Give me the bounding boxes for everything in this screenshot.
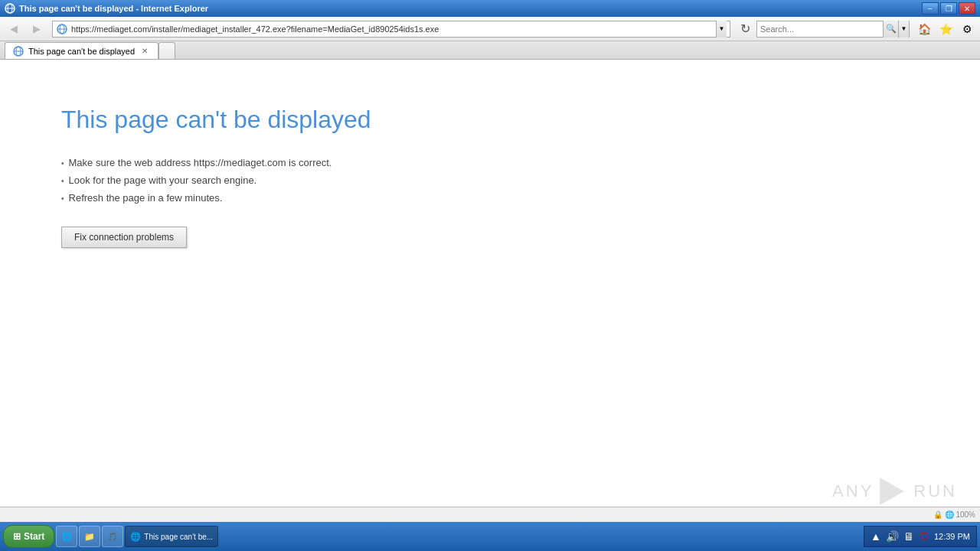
bullet-text-1: Make sure the web address https://mediag… [69,157,332,168]
error-list: • Make sure the web address https://medi… [61,157,919,204]
taskbar-media-button[interactable]: 🎵 [102,526,123,547]
bullet-text-3: Refresh the page in a few minutes. [69,192,223,204]
home-button[interactable]: 🏠 [914,19,934,39]
tab-new[interactable] [158,42,175,59]
window-title: This page can't be displayed - Internet … [19,4,922,13]
taskbar-ie-window-button[interactable]: 🌐 This page can't be... [125,526,218,547]
bullet-text-2: Look for the page with your search engin… [69,174,257,186]
zoom-level: 🔒 🌐 100% [933,510,975,519]
nav-bar: ◀ ▶ ▼ ↻ 🔍 ▼ 🏠 ⭐ ⚙ [0,17,980,41]
explorer-icon: 📁 [84,532,95,542]
tab-favicon [13,46,24,57]
forward-button[interactable]: ▶ [26,19,47,39]
tab-current[interactable]: This page can't be displayed ✕ [5,42,158,59]
toolbar-icons: 🏠 ⭐ ⚙ [914,19,977,39]
minimize-button[interactable]: − [922,2,939,15]
refresh-button[interactable]: ↻ [735,19,755,39]
play-icon [880,478,904,505]
taskbar-explorer-button[interactable]: 📁 [79,526,100,547]
watermark: ANY RUN [832,478,957,505]
start-label: Start [24,531,44,542]
list-item: • Look for the page with your search eng… [61,174,919,186]
bullet-icon: • [61,177,64,185]
search-bar: 🔍 ▼ [756,21,910,37]
start-button[interactable]: ⊞ Start [3,525,54,548]
system-time: 12:39 PM [934,532,970,541]
window-controls: − ❐ ✕ [922,2,975,15]
ie-window-icon: 🌐 [130,532,141,542]
watermark-text-run: RUN [913,481,957,501]
restore-button[interactable]: ❐ [940,2,957,15]
favorites-button[interactable]: ⭐ [936,19,956,39]
title-bar: This page can't be displayed - Internet … [0,0,980,17]
search-button[interactable]: 🔍 [883,21,898,37]
address-bar: ▼ [52,21,730,37]
tray-arrow[interactable]: ▲ [871,530,881,543]
list-item: • Make sure the web address https://medi… [61,157,919,168]
ie-window-label: This page can't be... [144,533,213,541]
bullet-icon: • [61,194,64,203]
address-icon [56,23,68,35]
tab-label: This page can't be displayed [28,47,135,56]
bullet-icon: • [61,159,64,168]
tabs-bar: This page can't be displayed ✕ [0,41,980,60]
start-icon: ⊞ [13,531,21,542]
address-dropdown[interactable]: ▼ [716,21,727,37]
browser-content: This page can't be displayed • Make sure… [0,60,980,522]
close-button[interactable]: ✕ [959,2,975,15]
error-title: This page can't be displayed [61,106,919,134]
list-item: • Refresh the page in a few minutes. [61,192,919,204]
back-button[interactable]: ◀ [3,19,24,39]
status-bar: 🔒 🌐 100% [0,507,980,522]
tray-volume[interactable]: 🔊 [886,530,899,543]
tools-button[interactable]: ⚙ [957,19,977,39]
watermark-play-container [880,478,907,505]
tab-close-button[interactable]: ✕ [139,46,150,57]
taskbar: ⊞ Start 🌐 📁 🎵 🌐 This page can't be... ▲ … [0,522,980,551]
media-icon: 🎵 [107,532,118,542]
search-dropdown[interactable]: ▼ [898,21,909,37]
address-input[interactable] [71,24,716,34]
search-input[interactable] [757,24,883,34]
tray-network[interactable]: 🖥 [903,530,914,543]
ie-icon [5,3,15,14]
fix-connection-button[interactable]: Fix connection problems [61,227,187,248]
ie-taskbar-icon: 🌐 [61,532,72,542]
system-tray: ▲ 🔊 🖥 🛡 12:39 PM [864,526,977,547]
tray-safety[interactable]: 🛡 [919,530,929,543]
watermark-text-any: ANY [832,481,874,501]
taskbar-ie-button[interactable]: 🌐 [56,526,77,547]
